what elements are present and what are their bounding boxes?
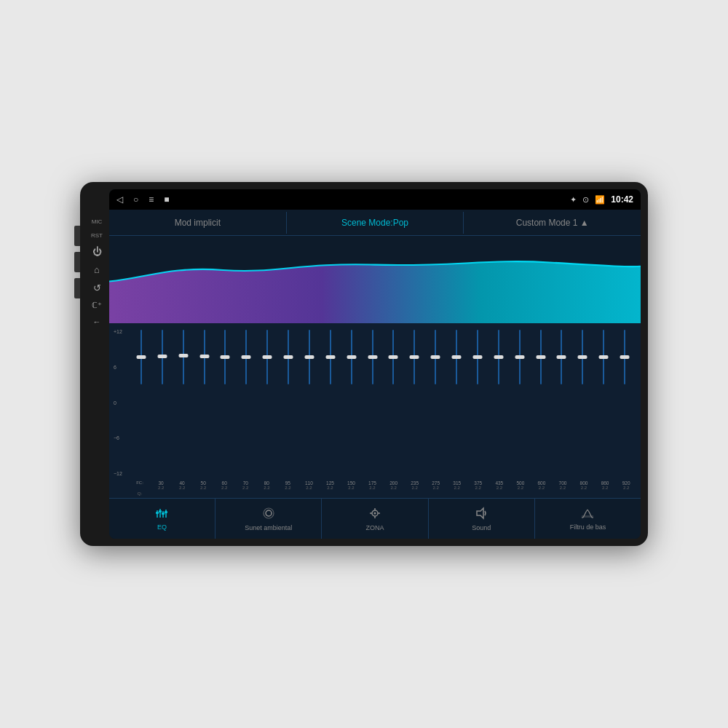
- bottom-navigation: EQ Sunet ambiental: [109, 498, 641, 539]
- menu-nav-icon[interactable]: ≡: [149, 194, 154, 205]
- ambient-label: Sunet ambiental: [245, 524, 292, 531]
- eq-icon: [156, 507, 169, 522]
- slider-handle-150[interactable]: [347, 355, 356, 359]
- slider-track-235[interactable]: [414, 330, 415, 384]
- slider-handle-95[interactable]: [284, 355, 293, 359]
- db-neg6-label: −6: [114, 435, 130, 440]
- slider-col-800: [572, 326, 593, 384]
- freq-label-col-95: 952.2: [277, 479, 298, 498]
- slider-track-800[interactable]: [582, 330, 583, 384]
- side-button-2[interactable]: [74, 252, 80, 272]
- slider-col-95: [278, 326, 298, 384]
- slider-handle-40[interactable]: [178, 354, 188, 357]
- slider-handle-500[interactable]: [515, 355, 524, 359]
- slider-handle-375[interactable]: [472, 355, 482, 359]
- slider-track-600[interactable]: [540, 330, 542, 384]
- filtru-de-bas-label: Filtru de bas: [570, 523, 606, 531]
- slider-handle-860[interactable]: [599, 355, 609, 359]
- slider-track-435[interactable]: [498, 330, 499, 384]
- slider-track-110[interactable]: [309, 330, 310, 384]
- home-nav-icon[interactable]: ○: [133, 194, 138, 205]
- freq-label-col-60: 602.2: [214, 479, 234, 498]
- slider-track-315[interactable]: [456, 330, 457, 384]
- slider-col-125: [320, 326, 341, 384]
- clock: 10:42: [611, 194, 633, 205]
- slider-handle-20[interactable]: [136, 355, 146, 359]
- freq-label-col-20: FC:Q:: [130, 479, 150, 498]
- slider-col-110: [299, 326, 320, 384]
- slider-track-275[interactable]: [435, 330, 436, 384]
- mode-custom[interactable]: Custom Mode 1 ▲: [464, 212, 641, 234]
- slider-col-150: [341, 326, 362, 384]
- slider-track-700[interactable]: [561, 330, 562, 384]
- slider-track-375[interactable]: [477, 330, 478, 384]
- svg-rect-5: [162, 513, 165, 515]
- status-right: ✦ ⊙ 📶 10:42: [570, 194, 633, 205]
- slider-track-95[interactable]: [288, 330, 289, 384]
- mode-scene[interactable]: Scene Mode:Pop: [287, 212, 464, 234]
- side-button-3[interactable]: [74, 278, 80, 298]
- slider-handle-275[interactable]: [431, 355, 440, 359]
- svg-rect-3: [159, 510, 162, 513]
- slider-handle-920[interactable]: [620, 355, 630, 359]
- rst-label: RST: [91, 232, 103, 239]
- slider-track-80[interactable]: [266, 330, 268, 384]
- slider-handle-200[interactable]: [389, 355, 398, 359]
- slider-track-50[interactable]: [204, 330, 205, 384]
- slider-handle-30[interactable]: [157, 355, 167, 358]
- sound-icon: [475, 507, 488, 523]
- slider-handle-235[interactable]: [410, 355, 419, 359]
- freq-label-col-110: 1102.2: [298, 479, 319, 498]
- slider-handle-800[interactable]: [578, 355, 587, 359]
- freq-label-col-80: 802.2: [256, 479, 277, 498]
- freq-label-col-30: 302.2: [151, 479, 171, 498]
- bluetooth-icon: ✦: [570, 195, 577, 205]
- mode-bar: Mod implicit Scene Mode:Pop Custom Mode …: [109, 210, 641, 236]
- slider-handle-435[interactable]: [494, 355, 503, 359]
- recent-nav-icon[interactable]: ■: [164, 194, 169, 205]
- slider-track-70[interactable]: [245, 330, 247, 384]
- wifi-icon: 📶: [595, 195, 605, 205]
- slider-handle-110[interactable]: [304, 355, 314, 359]
- slider-handle-315[interactable]: [452, 355, 462, 359]
- vol-down-icon[interactable]: ←: [93, 317, 101, 326]
- slider-track-500[interactable]: [519, 330, 521, 384]
- slider-handle-700[interactable]: [557, 355, 566, 359]
- back-icon[interactable]: ↺: [93, 282, 101, 293]
- slider-track-20[interactable]: [141, 330, 142, 384]
- power-icon[interactable]: ⏻: [92, 246, 102, 257]
- slider-track-60[interactable]: [224, 330, 226, 384]
- mode-implicit[interactable]: Mod implicit: [109, 212, 287, 234]
- slider-handle-125[interactable]: [325, 355, 335, 359]
- slider-handle-80[interactable]: [263, 355, 272, 359]
- slider-track-860[interactable]: [603, 330, 604, 384]
- side-button-1[interactable]: [74, 226, 80, 246]
- back-nav-icon[interactable]: ◁: [116, 194, 123, 205]
- db-0-label: 0: [114, 400, 130, 405]
- slider-track-920[interactable]: [624, 330, 625, 384]
- slider-track-175[interactable]: [372, 330, 373, 384]
- tab-sound[interactable]: Sound: [429, 499, 535, 539]
- tab-zona[interactable]: ZONA: [322, 499, 428, 539]
- slider-track-150[interactable]: [351, 330, 352, 384]
- slider-track-125[interactable]: [330, 330, 331, 384]
- slider-track-200[interactable]: [392, 330, 394, 384]
- eq-label: EQ: [157, 523, 167, 531]
- vol-up-icon[interactable]: ℂ⁺: [92, 301, 102, 310]
- side-buttons: [74, 226, 80, 298]
- slider-track-40[interactable]: [183, 330, 184, 384]
- slider-col-700: [552, 326, 572, 384]
- tab-filtru-de-bas[interactable]: Filtru de bas: [535, 499, 641, 539]
- slider-track-30[interactable]: [162, 330, 163, 384]
- sound-label: Sound: [472, 524, 491, 531]
- tab-eq[interactable]: EQ: [109, 499, 215, 539]
- home-icon[interactable]: ⌂: [94, 264, 100, 275]
- slider-handle-50[interactable]: [199, 355, 209, 358]
- tab-sunet-ambiental[interactable]: Sunet ambiental: [215, 499, 322, 539]
- slider-handle-70[interactable]: [242, 355, 251, 359]
- freq-label-col-125: 1252.2: [320, 479, 340, 498]
- slider-handle-175[interactable]: [368, 355, 377, 359]
- svg-line-21: [587, 510, 589, 512]
- slider-handle-60[interactable]: [221, 355, 230, 359]
- slider-handle-600[interactable]: [536, 355, 545, 359]
